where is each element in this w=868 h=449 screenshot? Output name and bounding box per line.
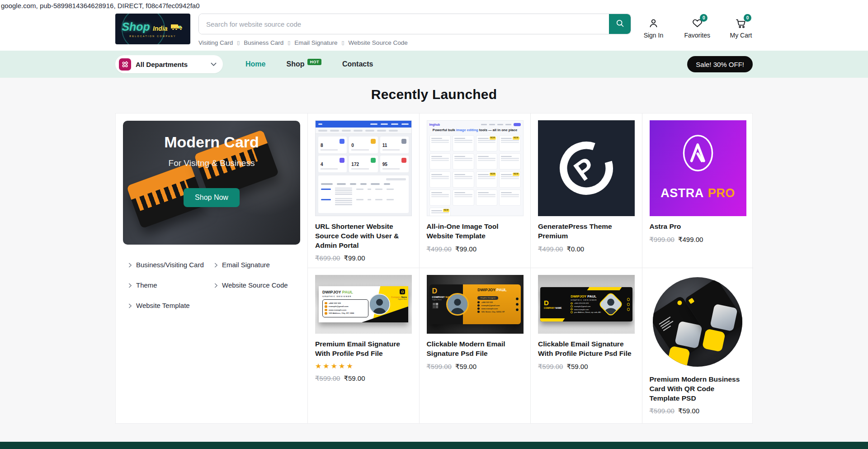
product-old-price: ₹999.00 [650,236,675,243]
category-email-signature[interactable]: Email Signature [214,261,300,269]
all-departments-button[interactable]: All Departments [115,55,223,73]
logo-word-shop: Shop [122,20,150,33]
heart-icon: 0 [691,17,703,29]
product-title[interactable]: URL Shortener Website Source Code with U… [315,222,412,250]
product-price: ₹0.00 [566,245,584,253]
favorites-count-badge: 0 [700,14,708,22]
profile-photo-graphic [446,293,469,316]
category-theme[interactable]: Theme [128,281,214,290]
product-title[interactable]: Premium Email Signature With Profile Psd… [315,340,412,359]
logo-word-india: India [153,25,168,33]
product-old-price: ₹499.00 [427,245,452,253]
promo-column: Modern Card For Visitng & Business Shop … [116,113,307,423]
shop-now-button[interactable]: Shop Now [184,188,240,207]
product-card[interactable]: Imghub Powerful bulk image editing tools… [419,113,531,268]
favorites-label: Favorites [684,32,710,39]
product-image-generatepress-logo: P [538,120,635,216]
product-prices: ₹599.00₹59.00 [315,374,412,383]
chevron-right-icon [128,303,132,309]
product-price: ₹59.00 [344,374,365,382]
product-card[interactable]: Company NameTagline Here DWIPJOY PAUL GR… [307,268,419,423]
social-icons-graphic [627,298,630,311]
hero-subtitle: For Visitng & Business [123,158,300,168]
business-card-circle-graphic [653,277,742,367]
sign-in-button[interactable]: Sign In [642,17,665,39]
category-label: Email Signature [222,261,270,269]
qr-code-graphic [432,303,438,309]
product-card[interactable]: Premium Modern Business Card With QR Cod… [642,268,754,423]
category-website-template[interactable]: Website Template [128,302,214,310]
product-title[interactable]: Premium Modern Business Card With QR Cod… [650,375,746,403]
product-image-email-signature-yellow: Company NameTagline Here DWIPJOY PAUL GR… [315,275,412,334]
site-logo[interactable]: Shop India RELOCATION COMPANY [115,14,190,44]
chevron-right-icon [128,283,132,288]
quick-link-separator: ▯ [342,40,344,46]
header-actions: Sign In 0 Favorites 0 My Cart [642,14,753,39]
quick-link-separator: ▯ [237,40,240,46]
product-card[interactable]: ASTRAPRO Astra Pro ₹999.00₹499.00 [642,113,754,268]
product-card[interactable]: P GeneratePress Theme Premium ₹499.00₹0.… [530,113,642,268]
quick-link-visiting-card[interactable]: Visiting Card [198,39,233,46]
quick-link-website-source-code[interactable]: Website Source Code [349,39,408,46]
main-content: Recently Launched Modern Card For Visitn… [0,78,868,442]
product-title[interactable]: Astra Pro [650,222,746,232]
category-label: Website Source Code [222,281,288,290]
chevron-down-icon [211,60,217,68]
product-card[interactable]: D COMPANY NAME Tagline Here DWIPJOY PAUL… [419,268,531,423]
search-button[interactable] [609,14,631,34]
departments-grid-icon [119,58,131,71]
tools-navbar-graphic: Imghub [429,123,521,126]
cart-icon: 0 [735,17,747,29]
category-business-visiting-card[interactable]: Business/Visiting Card [128,261,214,269]
dashboard-table-graphic [318,175,409,213]
favorites-button[interactable]: 0 Favorites [684,17,710,39]
product-old-price: ₹599.00 [650,407,675,415]
nav-item-shop[interactable]: ShopHOT [286,60,321,68]
cart-button[interactable]: 0 My Cart [729,17,753,39]
tools-grid-graphic: NEW NEW NEW NEW NEW [429,135,521,216]
product-old-price: ₹499.00 [538,245,563,253]
user-icon [647,17,660,29]
product-price: ₹499.00 [678,236,703,243]
category-label: Website Template [136,302,190,310]
product-title[interactable]: All-in-One Image Tool Website Template [427,222,524,241]
product-prices: ₹599.00₹59.00 [427,363,524,371]
product-prices: ₹699.00₹99.00 [315,254,412,262]
product-title[interactable]: Clickable Modern Email Signature Psd Fil… [427,340,524,359]
quick-link-email-signature[interactable]: Email Signature [294,39,337,46]
product-image-astra-pro: ASTRAPRO [650,120,746,216]
sale-banner-button[interactable]: Sale! 30% OFF! [687,56,753,72]
signature-card-graphic: D COMPANY NAME Tagline Here DWIPJOY PAUL… [429,284,521,324]
product-title[interactable]: GeneratePress Theme Premium [538,222,635,241]
product-card[interactable]: D COMPANY NAME DWIPJOY PAUL GRAPHIC DESI… [530,268,642,423]
category-links: Business/Visiting Card Email Signature T… [123,261,300,310]
nav-shop-label: Shop [286,60,304,68]
rating-stars: ★★★★★ [315,362,412,370]
product-prices: ₹599.00₹59.00 [538,363,635,371]
category-website-source-code[interactable]: Website Source Code [214,281,300,290]
product-price: ₹99.00 [455,245,476,253]
product-prices: ₹499.00₹0.00 [538,245,635,253]
quick-link-separator: ▯ [288,40,290,46]
cart-count-badge: 0 [744,14,751,22]
hero-banner: Modern Card For Visitng & Business Shop … [123,121,300,245]
product-card[interactable]: 8 0 11 4 172 95 URL Shortener Website So… [307,113,419,268]
astra-wordmark: ASTRAPRO [660,186,735,200]
product-prices: ₹599.00₹59.00 [650,407,746,415]
product-prices: ₹999.00₹499.00 [650,236,746,244]
nav-item-contacts[interactable]: Contacts [342,60,373,68]
svg-text:P: P [568,151,601,187]
product-old-price: ₹599.00 [538,363,563,370]
nav-item-home[interactable]: Home [245,60,265,68]
company-logo-graphic [400,289,405,294]
product-image-email-signature-black: D COMPANY NAME DWIPJOY PAUL GRAPHIC DESI… [538,275,635,334]
search-input[interactable] [199,14,609,34]
dashboard-menu-graphic [316,128,411,134]
recently-launched-panel: Modern Card For Visitng & Business Shop … [115,113,753,424]
product-title[interactable]: Clickable Email Signature With Profile P… [538,340,635,359]
logo-tagline: RELOCATION COMPANY [129,35,176,38]
quick-link-business-card[interactable]: Business Card [244,39,283,46]
cart-label: My Cart [730,32,752,39]
product-price: ₹59.00 [678,407,699,415]
main-navigation: All Departments Home ShopHOT Contacts Sa… [0,51,868,78]
